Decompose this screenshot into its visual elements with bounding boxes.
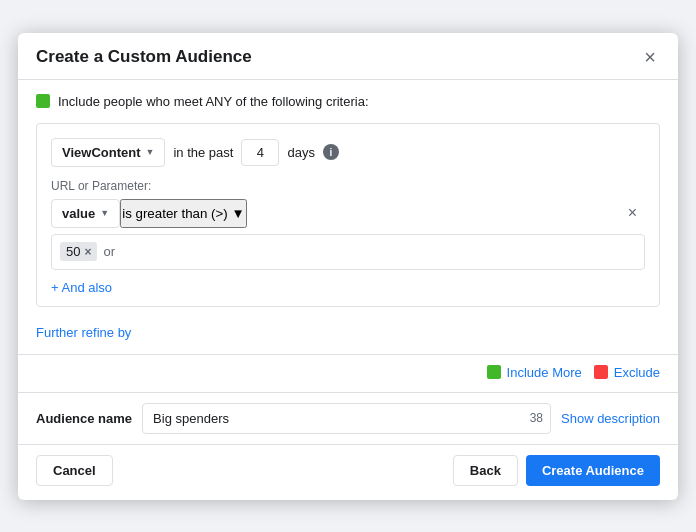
close-button[interactable]: × — [640, 47, 660, 67]
create-audience-button[interactable]: Create Audience — [526, 455, 660, 486]
event-arrow-icon: ▼ — [146, 147, 155, 157]
include-more-label: Include More — [507, 365, 582, 380]
modal-header: Create a Custom Audience × — [18, 33, 678, 80]
event-dropdown[interactable]: ViewContent ▼ — [51, 138, 165, 167]
footer-row: Cancel Back Create Audience — [18, 444, 678, 500]
tag-value: 50 × — [60, 242, 97, 261]
and-also-link[interactable]: + And also — [51, 280, 112, 295]
exclude-button[interactable]: Exclude — [594, 365, 660, 380]
cancel-button[interactable]: Cancel — [36, 455, 113, 486]
modal-title: Create a Custom Audience — [36, 47, 252, 67]
modal-body: Include people who meet ANY of the follo… — [18, 80, 678, 354]
further-refine-link[interactable]: Further refine by — [36, 321, 131, 344]
actions-row: Include More Exclude — [18, 354, 678, 392]
back-button[interactable]: Back — [453, 455, 518, 486]
filter-row-wrap: value ▼ is greater than (>) ▼ × — [51, 199, 645, 228]
value-dropdown[interactable]: value ▼ — [51, 199, 120, 228]
filter-remove-button[interactable]: × — [620, 200, 645, 226]
audience-name-input[interactable] — [142, 403, 551, 434]
value-input-row[interactable]: 50 × or — [51, 234, 645, 270]
include-row: Include people who meet ANY of the follo… — [36, 94, 660, 109]
days-input[interactable] — [241, 139, 279, 166]
show-description-link[interactable]: Show description — [561, 411, 660, 426]
days-label: days — [287, 145, 314, 160]
exclude-icon — [594, 365, 608, 379]
tag-remove-icon[interactable]: × — [84, 245, 91, 259]
modal: Create a Custom Audience × Include peopl… — [18, 33, 678, 500]
or-text: or — [103, 244, 115, 259]
audience-input-wrap: 38 — [142, 403, 551, 434]
operator-dropdown[interactable]: is greater than (>) ▼ — [120, 199, 246, 228]
green-box-icon — [36, 94, 50, 108]
include-more-button[interactable]: Include More — [487, 365, 582, 380]
exclude-label: Exclude — [614, 365, 660, 380]
audience-name-row: Audience name 38 Show description — [18, 392, 678, 444]
info-icon[interactable]: i — [323, 144, 339, 160]
tag-text: 50 — [66, 244, 80, 259]
audience-name-label: Audience name — [36, 411, 132, 426]
event-label: ViewContent — [62, 145, 141, 160]
in-past-text: in the past — [173, 145, 233, 160]
include-text: Include people who meet ANY of the follo… — [58, 94, 369, 109]
footer-right: Back Create Audience — [453, 455, 660, 486]
criteria-box: ViewContent ▼ in the past days i URL or … — [36, 123, 660, 307]
operator-arrow-icon: ▼ — [231, 206, 244, 221]
url-label: URL or Parameter: — [51, 179, 645, 193]
filter-dropdowns: value ▼ is greater than (>) ▼ — [51, 199, 247, 228]
operator-label: is greater than (>) — [122, 206, 228, 221]
char-count: 38 — [530, 411, 543, 425]
event-row: ViewContent ▼ in the past days i — [51, 138, 645, 167]
value-label: value — [62, 206, 95, 221]
value-arrow-icon: ▼ — [100, 208, 109, 218]
include-more-icon — [487, 365, 501, 379]
